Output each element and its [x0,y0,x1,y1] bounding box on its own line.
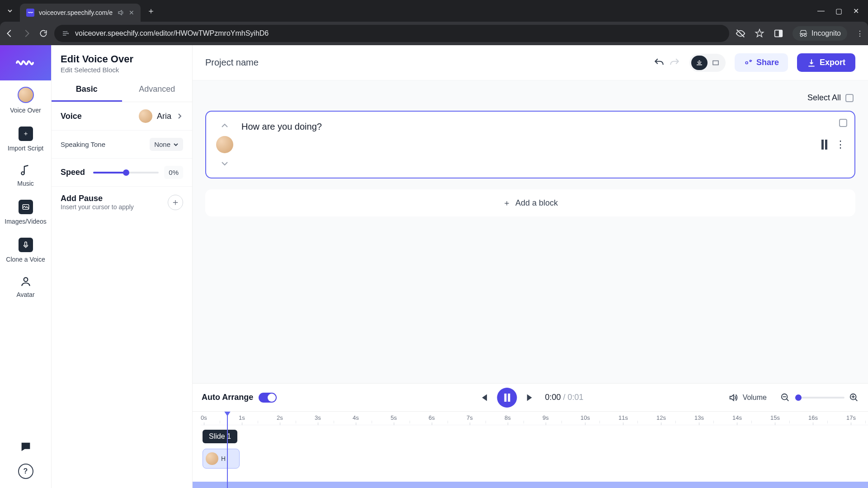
volume-label: Volume [743,394,767,402]
move-up-icon[interactable] [220,122,229,131]
zoom-slider[interactable] [795,397,844,399]
skip-next-button[interactable] [525,392,537,404]
ruler-tick: 1s [239,414,245,421]
tab-close-icon[interactable]: ✕ [129,9,134,16]
svg-point-4 [24,277,28,282]
browser-tab[interactable]: 〰 voiceover.speechify.com/e ✕ [20,4,141,22]
block-pause-icon[interactable] [821,140,827,150]
speed-value: 0% [164,166,183,179]
tab-title: voiceover.speechify.com/e [39,9,113,16]
timeline-clip[interactable]: H [203,449,240,469]
sidebar-label: Clone a Voice [6,256,45,263]
play-pause-button[interactable] [497,388,517,408]
export-button[interactable]: Export [797,53,855,72]
ruler-tick: 6s [429,414,435,421]
timeline-ruler[interactable]: 0s1s2s3s4s5s6s7s8s9s10s11s12s13s14s15s16… [201,412,868,425]
panel-title: Edit Voice Over [61,53,183,65]
tracking-icon[interactable] [736,28,745,38]
tab-audio-icon[interactable] [117,9,124,16]
voice-label: Voice [61,112,82,121]
speed-slider[interactable] [93,172,159,174]
block-checkbox[interactable] [839,119,847,127]
view-slides-button[interactable] [708,56,724,70]
maximize-icon[interactable]: ▢ [835,7,842,15]
voice-block[interactable]: How are you doing? ⋮ [205,111,855,178]
sidebar-label: Music [17,180,34,187]
app-logo[interactable] [0,45,51,80]
add-block-button[interactable]: ＋ Add a block [205,189,855,216]
sidebar-item-images-videos[interactable]: Images/Videos [0,193,51,231]
ruler-tick: 0s [201,414,207,421]
block-text-input[interactable]: How are you doing? [241,122,844,168]
tab-advanced[interactable]: Advanced [122,78,193,102]
bookmark-icon[interactable] [755,28,764,38]
plus-icon: ＋ [19,127,33,141]
view-list-button[interactable] [691,56,708,70]
window-controls: — ▢ ✕ [817,7,864,15]
zoom-in-button[interactable] [849,393,859,403]
address-bar[interactable]: voiceover.speechify.com/editor/HWOwTWPzm… [54,25,729,42]
voice-selector[interactable]: Aria [139,109,183,123]
sidebar-item-import-script[interactable]: ＋ Import Script [0,120,51,158]
ruler-tick: 9s [542,414,549,421]
project-name[interactable]: Project name [205,57,653,68]
help-icon[interactable]: ? [18,464,33,479]
add-pause-button[interactable]: ＋ [168,195,183,210]
minimize-icon[interactable]: — [817,7,825,15]
volume-icon[interactable] [728,393,738,403]
svg-rect-3 [24,242,27,246]
timeline[interactable]: 0s1s2s3s4s5s6s7s8s9s10s11s12s13s14s15s16… [193,411,868,488]
sidebar-item-avatar[interactable]: Avatar [0,269,51,305]
back-button[interactable] [5,28,14,38]
reload-button[interactable] [39,29,48,38]
undo-button[interactable] [653,57,665,69]
playhead[interactable] [227,412,228,488]
app-root: Voice Over ＋ Import Script Music Images/… [0,45,868,488]
sidebar-item-voice-over[interactable]: Voice Over [0,80,51,120]
tab-basic[interactable]: Basic [52,78,122,102]
sidebar-label: Import Script [8,145,43,152]
skip-previous-button[interactable] [477,392,489,404]
sidebar-item-clone-voice[interactable]: Clone a Voice [0,231,51,269]
ruler-tick: 13s [694,414,704,421]
select-all-checkbox[interactable] [845,94,854,102]
voice-avatar-icon [139,109,152,123]
site-settings-icon[interactable] [61,29,70,38]
ruler-tick: 7s [467,414,473,421]
voice-row: Voice Aria [52,102,192,131]
slide-label[interactable]: Slide 1 [203,430,237,443]
ruler-tick: 8s [505,414,511,421]
ruler-tick: 5s [391,414,397,421]
share-button[interactable]: Share [735,53,788,72]
auto-arrange-toggle[interactable] [259,393,277,403]
svg-rect-1 [779,30,782,37]
sidebar-label: Avatar [16,291,34,298]
browser-menu-icon[interactable]: ⋮ [856,29,863,38]
pause-help: Insert your cursor to apply [61,203,134,211]
pause-icon [504,394,510,402]
svg-point-6 [745,61,748,64]
tone-row: Speaking Tone None [52,131,192,159]
tone-label: Speaking Tone [61,141,105,148]
block-voice-avatar[interactable] [216,136,233,153]
new-tab-button[interactable]: ＋ [147,5,155,16]
timeline-scrollbar[interactable] [193,482,868,488]
incognito-icon [799,29,808,38]
ruler-tick: 11s [618,414,628,421]
incognito-badge[interactable]: Incognito [793,26,847,41]
ruler-tick: 16s [808,414,818,421]
edit-panel: Edit Voice Over Edit Selected Block Basi… [52,45,193,488]
sidebar-item-music[interactable]: Music [0,158,51,193]
block-menu-icon[interactable]: ⋮ [835,139,845,150]
move-down-icon[interactable] [220,159,229,168]
voice-name: Aria [157,112,171,121]
sidepanel-icon[interactable] [774,28,783,38]
close-window-icon[interactable]: ✕ [853,7,859,15]
select-all-button[interactable]: Select All [205,89,855,111]
plus-icon: ＋ [503,197,511,208]
zoom-out-button[interactable] [780,393,790,403]
chat-icon[interactable] [18,439,33,455]
tab-search-dropdown[interactable] [4,5,16,17]
add-pause-row: Add Pause Insert your cursor to apply ＋ [52,187,192,218]
tone-selector[interactable]: None [150,138,183,151]
